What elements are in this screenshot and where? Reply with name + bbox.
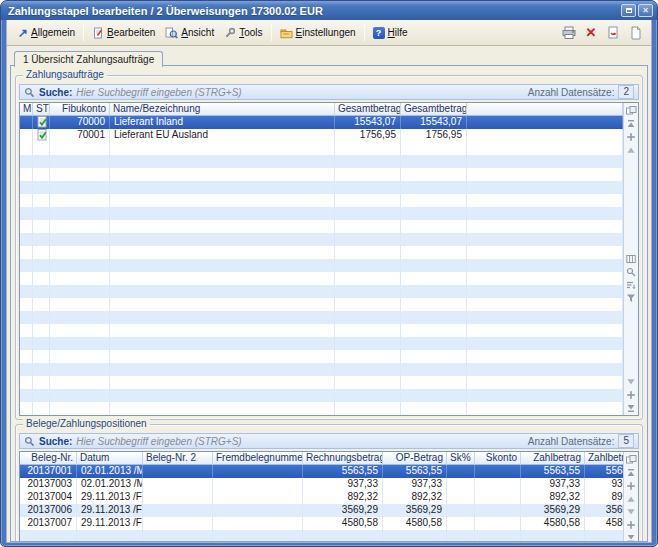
column-chooser-button[interactable]	[625, 453, 638, 466]
table-row-empty[interactable]	[20, 285, 623, 298]
table-row-empty[interactable]	[20, 272, 623, 285]
column-header-m[interactable]: M	[20, 103, 33, 116]
table-row-empty[interactable]	[20, 168, 623, 181]
menu-ansicht[interactable]: Ansicht	[160, 25, 219, 41]
table-row-empty[interactable]	[20, 363, 623, 376]
grid-rows: 70000Lieferant Inland15543,0715543,07700…	[20, 116, 623, 415]
column-header-datum[interactable]: Datum	[77, 452, 143, 465]
maximize-icon	[626, 8, 632, 13]
table-row[interactable]: 2013700302.01.2013 /Mi937,33937,33937,33…	[20, 478, 623, 491]
search-bar[interactable]: Suche:Hier Suchbegriff eingeben (STRG+S)…	[19, 433, 639, 449]
maximize-button[interactable]	[621, 4, 636, 17]
table-row-empty[interactable]	[20, 376, 623, 389]
sort-button[interactable]	[625, 278, 638, 291]
table-cell	[20, 350, 33, 363]
column-header-rechnungsbetrag[interactable]: Rechnungsbetrag	[303, 452, 383, 465]
scroll-up-button[interactable]	[625, 492, 638, 505]
menu-hilfe[interactable]: ?Hilfe	[368, 25, 413, 41]
column-header-st[interactable]: ST	[33, 103, 50, 116]
table-cell-filler	[467, 168, 623, 181]
table-row[interactable]: 70000Lieferant Inland15543,0715543,07	[20, 116, 623, 129]
table-row-empty[interactable]	[20, 530, 623, 542]
move-record-button[interactable]	[625, 130, 638, 143]
search-icon	[24, 87, 35, 98]
table-cell	[143, 504, 213, 517]
column-header-fibukonto[interactable]: Fibukonto	[50, 103, 110, 116]
table-row-empty[interactable]	[20, 194, 623, 207]
table-cell	[335, 194, 401, 207]
filter-button[interactable]	[625, 291, 638, 304]
move-record-button[interactable]	[625, 518, 638, 531]
print-button[interactable]	[559, 23, 579, 43]
column-header-beleg-nr[interactable]: Beleg-Nr.	[20, 452, 77, 465]
table-row-empty[interactable]	[20, 142, 623, 155]
scroll-down-button[interactable]	[625, 375, 638, 388]
close-button[interactable]: ✕	[638, 4, 653, 17]
scroll-top-button[interactable]	[625, 466, 638, 479]
table-row-empty[interactable]	[20, 337, 623, 350]
table-row-empty[interactable]	[20, 246, 623, 259]
table-cell	[110, 181, 335, 194]
scroll-top-button[interactable]	[625, 117, 638, 130]
tab-page: ZahlungsaufträgeSuche:Hier Suchbegriff e…	[10, 65, 648, 542]
table-row-empty[interactable]	[20, 324, 623, 337]
grid-header: MSTFibukontoName/BezeichnungGesamtbetrag…	[20, 103, 623, 116]
table-row[interactable]: 70001Lieferant EU Ausland1756,951756,95	[20, 129, 623, 142]
move-record-button[interactable]	[625, 479, 638, 492]
new-document-button[interactable]	[625, 23, 645, 43]
tools-icon	[224, 27, 236, 39]
data-grid: MSTFibukontoName/BezeichnungGesamtbetrag…	[19, 102, 639, 416]
column-header-gesamtbetrag-euro[interactable]: Gesamtbetrag Euro	[401, 103, 467, 116]
column-header-skonto[interactable]: Skonto	[475, 452, 521, 465]
table-row[interactable]: 2013700102.01.2013 /Mi5563,555563,555563…	[20, 465, 623, 478]
columns-button[interactable]	[625, 252, 638, 265]
table-row-empty[interactable]	[20, 155, 623, 168]
table-row-empty[interactable]	[20, 389, 623, 402]
move-record-icon	[626, 481, 636, 491]
column-header-zahlbetrag-euro[interactable]: Zahlbetrag Euro	[585, 452, 623, 465]
scroll-up-button[interactable]	[625, 143, 638, 156]
move-record-button[interactable]	[625, 388, 638, 401]
scroll-bottom-button[interactable]	[625, 401, 638, 414]
table-cell: 20137003	[20, 478, 77, 491]
table-row-empty[interactable]	[20, 298, 623, 311]
table-row[interactable]: 2013700429.11.2013 /Fr892,32892,32892,32…	[20, 491, 623, 504]
search-bar[interactable]: Suche:Hier Suchbegriff eingeben (STRG+S)…	[19, 84, 639, 100]
table-cell	[20, 298, 33, 311]
refresh-document-button[interactable]	[603, 23, 623, 43]
column-header-fremdbelegnummer[interactable]: Fremdbelegnummer	[213, 452, 303, 465]
column-header-zahlbetrag[interactable]: Zahlbetrag	[521, 452, 585, 465]
table-cell	[303, 530, 383, 542]
tab-uebersicht-zahlungsauftraege[interactable]: 1 Übersicht Zahlungsaufträge	[14, 51, 163, 67]
search-input[interactable]: Hier Suchbegriff eingeben (STRG+S)	[76, 87, 523, 98]
search-zoom-button[interactable]	[625, 265, 638, 278]
menu-tools[interactable]: Tools	[219, 25, 267, 41]
table-row[interactable]: 2013700729.11.2013 /Fr4580,584580,584580…	[20, 517, 623, 530]
table-row-empty[interactable]	[20, 402, 623, 415]
table-row-empty[interactable]	[20, 350, 623, 363]
table-cell	[50, 207, 110, 220]
table-row[interactable]: 2013700629.11.2013 /Fr3569,293569,293569…	[20, 504, 623, 517]
menubar-separator	[271, 24, 272, 41]
menu-einstellungen[interactable]: Einstellungen	[275, 25, 361, 41]
column-header-op-betrag[interactable]: OP-Betrag	[383, 452, 447, 465]
table-row-empty[interactable]	[20, 220, 623, 233]
table-row-empty[interactable]	[20, 311, 623, 324]
column-header-gesamtbetrag[interactable]: Gesamtbetrag	[335, 103, 401, 116]
table-row-empty[interactable]	[20, 207, 623, 220]
table-cell	[401, 298, 467, 311]
table-row-empty[interactable]	[20, 181, 623, 194]
search-input[interactable]: Hier Suchbegriff eingeben (STRG+S)	[76, 436, 523, 447]
table-row-empty[interactable]	[20, 233, 623, 246]
scroll-top-icon	[626, 468, 636, 478]
menu-bearbeiten[interactable]: Bearbeiten	[87, 25, 160, 41]
scroll-down-button[interactable]	[625, 505, 638, 518]
column-chooser-button[interactable]	[625, 104, 638, 117]
delete-button[interactable]: ✕	[581, 23, 601, 43]
column-header-beleg-nr-2[interactable]: Beleg-Nr. 2	[143, 452, 213, 465]
table-row-empty[interactable]	[20, 259, 623, 272]
column-header-name-bezeichnung[interactable]: Name/Bezeichnung	[110, 103, 335, 116]
menu-allgemein[interactable]: ↗Allgemein	[13, 25, 80, 41]
column-header-sk[interactable]: Sk%	[447, 452, 475, 465]
scroll-bottom-button[interactable]	[625, 531, 638, 542]
